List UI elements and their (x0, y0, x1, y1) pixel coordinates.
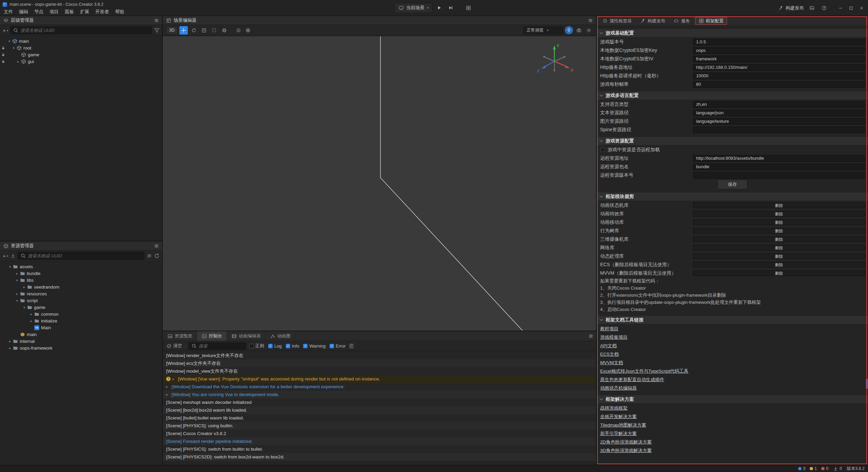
delete-module-button[interactable]: 删除 (693, 245, 865, 251)
panel-menu-icon[interactable] (588, 333, 593, 339)
help-icon[interactable] (820, 4, 828, 13)
camera-icon[interactable] (575, 26, 583, 34)
filter-icon[interactable] (154, 28, 159, 33)
export-log-icon[interactable] (349, 343, 354, 349)
hierarchy-node-main[interactable]: ▾main (0, 38, 162, 44)
move-tool-button[interactable] (179, 26, 188, 35)
expand-arrow-icon[interactable]: ▸ (15, 292, 20, 296)
tab-构建发布[interactable]: 构建发布 (637, 17, 669, 25)
delete-module-button[interactable]: 删除 (693, 219, 865, 225)
property-field-Spine资源路径[interactable] (693, 126, 865, 133)
property-field-远程资源包名[interactable] (693, 163, 865, 170)
doc-link[interactable]: 战棋游戏框架 (600, 405, 628, 411)
asset-node-Main[interactable]: TSMain (0, 324, 162, 331)
doc-link[interactable]: Excel格式转Json文件与TypeScript代码工具 (600, 368, 688, 374)
property-field-Http服务器地址[interactable] (693, 64, 865, 71)
delete-module-button[interactable]: 删除 (693, 211, 865, 217)
doc-link[interactable]: API文档 (600, 343, 617, 349)
property-field-文本资源路径[interactable] (693, 110, 865, 116)
doc-link[interactable]: 游戏模板项目 (600, 334, 628, 340)
tab-资源预览[interactable]: 资源预览 (163, 331, 197, 341)
asset-node-common[interactable]: ▸common (0, 311, 162, 317)
menu-item-编辑[interactable]: 编辑 (16, 8, 31, 16)
console-message[interactable]: !▸[Window] [Vue warn]: Property "onInput… (163, 375, 596, 383)
console-message[interactable]: [Window] ecs文件夹不存在 (163, 359, 596, 367)
hierarchy-node-root[interactable]: ▾root (0, 44, 162, 51)
section-header[interactable]: 框架文档工具链接 (597, 315, 868, 324)
property-field-图片资源路径[interactable] (693, 118, 865, 125)
property-field-本地数据CryptoES加密IV[interactable] (693, 56, 865, 62)
hierarchy-node-gui[interactable]: ▸gui (0, 58, 162, 65)
maximize-button[interactable] (846, 3, 856, 13)
expand-arrow-icon[interactable]: ▸ (7, 346, 13, 350)
property-field-远程资源地址[interactable] (693, 155, 865, 162)
tab-动画编辑器[interactable]: 动画编辑器 (227, 331, 265, 341)
add-node-button[interactable]: +▾ (3, 27, 8, 33)
tab-控制台[interactable]: 控制台 (197, 331, 227, 341)
panel-menu-icon[interactable] (154, 18, 159, 23)
property-field-远程资源版本号[interactable] (693, 172, 865, 179)
collapse-arrow-icon[interactable]: ▾ (7, 39, 12, 43)
filter-Warning[interactable]: ✓Warning (303, 343, 326, 349)
save-button[interactable]: 保存 (717, 180, 747, 189)
hierarchy-search-input[interactable] (20, 28, 149, 33)
expand-arrow-icon[interactable]: ▸ (7, 339, 13, 343)
asset-node-game[interactable]: ▾game (0, 304, 162, 311)
asset-node-libs[interactable]: ▾libs (0, 277, 162, 283)
panel-menu-icon[interactable] (154, 243, 159, 249)
section-header[interactable]: 游戏基础配置 (597, 28, 868, 38)
delete-module-button[interactable]: 删除 (693, 262, 865, 268)
tab-框架配置[interactable]: 框架配置 (695, 17, 727, 25)
status-counter-warning[interactable]: 1 (810, 466, 817, 471)
hierarchy-node-game[interactable]: game (0, 51, 162, 58)
expand-arrow-icon[interactable]: ▸ (16, 60, 21, 63)
filter-正则[interactable]: 正则 (249, 343, 264, 349)
menu-item-项目[interactable]: 项目 (46, 8, 62, 16)
import-icon[interactable] (10, 253, 16, 259)
property-field-Http服务器请求超时（毫秒）[interactable] (693, 73, 865, 79)
console-message[interactable]: [Scene] Forward render pipeline initiali… (163, 437, 596, 445)
delete-module-button[interactable]: 删除 (693, 236, 865, 242)
doc-link[interactable]: 2D角色扮演游戏解决方案 (600, 439, 652, 445)
build-publish-button[interactable]: 构建发布 (778, 5, 804, 11)
rect-tool-button[interactable] (210, 26, 218, 35)
console-message[interactable]: [Scene] [box2d]:box2d wasm lib loaded. (163, 406, 596, 414)
layout-grid-button[interactable] (464, 3, 473, 13)
doc-link[interactable]: 教程项目 (600, 326, 618, 332)
light-toggle-button[interactable] (565, 26, 573, 34)
console-message[interactable]: [Window] render_texture文件夹不存在 (163, 352, 596, 359)
property-field-本地数据CryptoES加密Key[interactable] (693, 47, 865, 54)
property-field-游戏版本号[interactable] (693, 39, 865, 45)
view-mode-select[interactable]: 正常浏览 ▾ (523, 26, 563, 34)
checkbox-icon[interactable]: ✓ (303, 344, 308, 348)
hierarchy-search[interactable] (10, 26, 152, 34)
doc-link[interactable]: 全栈开发解决方案 (600, 414, 637, 420)
menu-item-面板[interactable]: 面板 (62, 8, 77, 16)
minimize-button[interactable] (835, 3, 846, 13)
asset-node-seedrandom[interactable]: ▸seedrandom (0, 283, 162, 290)
mode-3d-button[interactable]: 3D (166, 26, 178, 34)
delete-module-button[interactable]: 删除 (693, 270, 865, 276)
panel-menu-icon[interactable] (588, 18, 593, 23)
console-message[interactable]: [Window] model_view文件夹不存在 (163, 367, 596, 375)
doc-link[interactable]: MVVM文档 (600, 360, 623, 366)
clear-console-button[interactable]: 清空 (166, 343, 182, 349)
property-field-支持语言类型[interactable] (693, 101, 865, 108)
scene-viewport[interactable]: Y X Z (163, 36, 596, 331)
checkbox-icon[interactable]: ✓ (268, 344, 273, 348)
tab-属性检查器[interactable]: 属性检查器 (599, 17, 635, 25)
tab-服务[interactable]: 服务 (670, 17, 693, 25)
doc-link[interactable]: Tiledmap地图解决方案 (600, 422, 646, 428)
menu-item-文件[interactable]: 文件 (1, 8, 16, 16)
doc-link[interactable]: ECS文档 (600, 351, 619, 357)
console-message[interactable]: ▸[Window] Download the Vue Devtools exte… (163, 383, 596, 391)
refresh-icon[interactable] (154, 253, 159, 259)
close-button[interactable] (856, 3, 867, 13)
expand-arrow-icon[interactable]: ▸ (22, 285, 27, 289)
sort-filter-icon[interactable] (146, 253, 152, 259)
scale-tool-button[interactable] (200, 26, 208, 35)
menu-item-帮助[interactable]: 帮助 (112, 8, 127, 16)
console-message[interactable]: [Scene] meshopt wasm decoder initialized (163, 398, 596, 406)
gear-icon[interactable] (585, 26, 593, 34)
collapse-arrow-icon[interactable]: ▾ (22, 306, 27, 309)
